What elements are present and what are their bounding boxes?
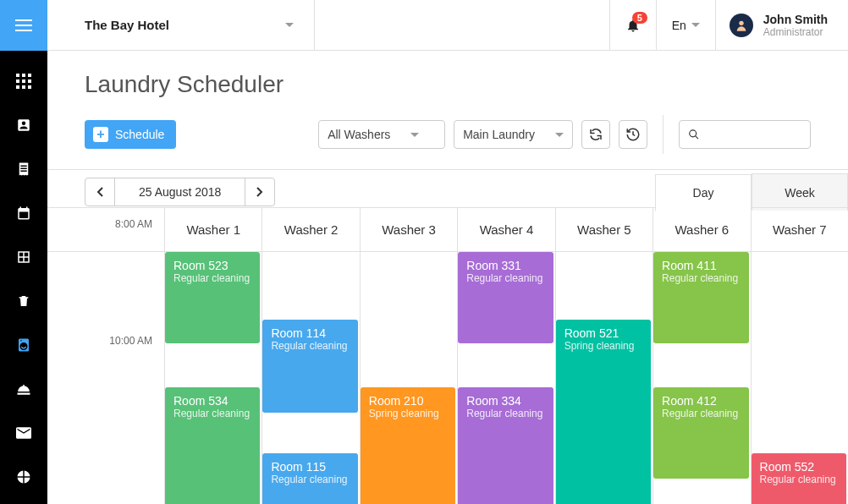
bell-service-icon [16,383,31,395]
schedule-event[interactable]: Room 114Regular cleaning [262,320,357,413]
washer-column: Washer 4Room 331Regular cleaningRoom 334… [457,208,554,504]
schedule-event[interactable]: Room 521Spring cleaning [556,320,651,504]
hotel-name: The Bay Hotel [85,18,169,32]
location-filter-value: Main Laundry [463,128,535,141]
washer-body[interactable]: Room 331Regular cleaningRoom 334Regular … [458,252,554,504]
washer-body[interactable]: Room 552Regular cleaning [752,252,848,504]
schedule-event[interactable]: Room 534Regular cleaning [165,387,260,504]
nav-reports[interactable] [14,467,34,487]
pie-chart-icon [16,469,31,485]
washer-body[interactable]: Room 411Regular cleaningRoom 412Regular … [653,252,750,504]
search-box[interactable] [679,120,811,149]
location-filter[interactable]: Main Laundry [454,120,573,149]
event-room: Room 534 [173,394,251,408]
language-selector[interactable]: En [656,0,715,51]
hotel-selector[interactable]: The Bay Hotel [47,0,315,51]
refresh-button[interactable] [581,120,610,149]
event-room: Room 210 [369,394,447,408]
washer-body[interactable]: Room 521Spring cleaning [556,252,653,504]
washer-column: Washer 5Room 521Spring cleaning [555,208,653,504]
tab-day[interactable]: Day [655,174,752,211]
nav-apps[interactable] [14,71,34,91]
topbar: The Bay Hotel 5 En John Smith Administra… [47,0,848,51]
schedule-event[interactable]: Room 334Regular cleaning [458,387,553,504]
notification-badge: 5 [632,12,647,24]
search-input[interactable] [705,128,801,141]
washer-body[interactable]: Room 523Regular cleaningRoom 534Regular … [165,252,262,504]
trash-icon [17,293,30,309]
event-type: Regular cleaning [466,272,544,284]
time-column: 8:00 AM 10:00 AM [47,208,164,504]
washer-body[interactable]: Room 114Regular cleaningRoom 115Regular … [262,252,359,504]
washer-header: Washer 4 [458,208,554,252]
washer-filter[interactable]: All Washers [318,120,445,149]
contact-icon [16,118,31,133]
user-menu[interactable]: John Smith Administrator [715,0,848,51]
hamburger-icon [15,19,32,31]
event-room: Room 411 [662,259,740,272]
nav-trash[interactable] [14,291,34,311]
event-type: Regular cleaning [173,272,251,284]
schedule-event[interactable]: Room 523Regular cleaning [165,252,260,343]
nav-receipt[interactable] [14,159,34,179]
notifications-button[interactable]: 5 [609,0,656,51]
event-room: Room 334 [466,394,544,408]
schedule-event[interactable]: Room 115Regular cleaning [262,453,357,504]
svg-rect-6 [16,79,19,83]
schedule-grid: 8:00 AM 10:00 AM Washer 1Room 523Regular… [47,207,848,504]
svg-rect-11 [28,85,31,89]
toolbar: + Schedule All Washers Main Laundry [47,98,848,170]
schedule-event[interactable]: Room 552Regular cleaning [752,453,846,504]
laundry-icon [16,337,31,353]
tab-week[interactable]: Week [752,173,848,211]
refresh-icon [588,127,603,142]
svg-rect-4 [22,74,25,77]
svg-rect-0 [15,19,32,21]
mail-icon [16,427,31,439]
user-name: John Smith [763,13,828,26]
hamburger-menu[interactable] [0,0,47,51]
schedule-event[interactable]: Room 412Regular cleaning [653,387,748,479]
user-role: Administrator [763,26,828,38]
washer-body[interactable]: Room 210Spring cleaning [361,252,457,504]
washer-column: Washer 1Room 523Regular cleaningRoom 534… [164,208,262,504]
event-type: Spring cleaning [369,408,447,419]
washer-column: Washer 6Room 411Regular cleaningRoom 412… [653,208,750,504]
washer-filter-value: All Washers [328,128,390,141]
nav-laundry[interactable] [14,335,34,355]
prev-day-button[interactable] [85,178,114,205]
nav-mail[interactable] [14,423,34,443]
washer-header: Washer 7 [752,208,848,252]
current-date[interactable]: 25 August 2018 [114,178,245,205]
main: The Bay Hotel 5 En John Smith Administra… [47,0,848,504]
washer-header: Washer 6 [653,208,750,252]
plus-icon: + [93,127,108,142]
caret-down-icon [285,23,294,27]
schedule-event[interactable]: Room 331Regular cleaning [458,252,553,343]
receipt-icon [16,162,31,177]
event-type: Regular cleaning [271,340,349,352]
nav-contacts[interactable] [14,115,34,135]
schedule-button-label: Schedule [115,128,164,141]
date-nav: 25 August 2018 [85,178,275,206]
date-row: 25 August 2018 Day Week [47,170,848,207]
svg-rect-9 [16,85,19,89]
svg-rect-8 [28,79,31,83]
nav-service[interactable] [14,379,34,399]
nav-calendar[interactable] [14,203,34,223]
schedule-event[interactable]: Room 210Spring cleaning [361,387,455,504]
washer-grid: Washer 1Room 523Regular cleaningRoom 534… [164,208,848,504]
schedule-event[interactable]: Room 411Regular cleaning [653,252,748,343]
schedule-button[interactable]: + Schedule [85,120,176,149]
search-icon [688,128,700,141]
event-type: Regular cleaning [662,408,740,419]
chevron-right-icon [256,187,263,197]
event-room: Room 521 [564,326,642,340]
event-room: Room 331 [466,259,544,272]
nav-rooms[interactable] [14,247,34,267]
view-tabs: Day Week [655,173,848,211]
language-label: En [672,19,686,32]
washer-column: Washer 2Room 114Regular cleaningRoom 115… [262,208,359,504]
next-day-button[interactable] [245,178,274,205]
history-button[interactable] [619,120,647,149]
